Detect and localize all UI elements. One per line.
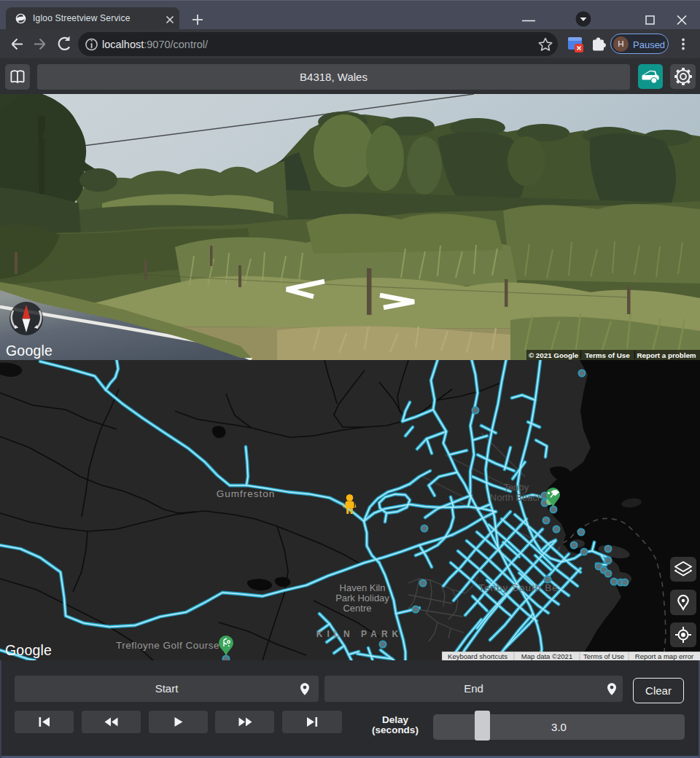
svg-text:Report a map error: Report a map error bbox=[635, 652, 693, 660]
svg-text:Trefloyne Golf Course: Trefloyne Golf Course bbox=[116, 640, 219, 651]
svg-text:Google: Google bbox=[5, 642, 52, 658]
svg-text:Gumfreston: Gumfreston bbox=[217, 488, 276, 499]
svg-text:Keyboard shortcuts: Keyboard shortcuts bbox=[448, 652, 508, 660]
svg-text:KILN PARK: KILN PARK bbox=[316, 629, 402, 639]
svg-text:Terms of Use: Terms of Use bbox=[585, 351, 630, 359]
svg-text:Report a problem: Report a problem bbox=[637, 351, 696, 359]
svg-text:Google: Google bbox=[6, 343, 52, 359]
svg-text:Tenby: Tenby bbox=[504, 482, 529, 493]
svg-text:Centre: Centre bbox=[343, 603, 371, 614]
svg-text:North Beach: North Beach bbox=[490, 492, 542, 503]
svg-text:Terms of Use: Terms of Use bbox=[583, 652, 624, 660]
svg-text:Haven Kiln: Haven Kiln bbox=[340, 582, 386, 593]
svg-text:© 2021 Google: © 2021 Google bbox=[529, 351, 579, 359]
svg-text:Park Holiday: Park Holiday bbox=[335, 593, 389, 603]
svg-text:Tenby South Be: Tenby South Be bbox=[478, 582, 558, 593]
svg-text:Map data ©2021: Map data ©2021 bbox=[521, 652, 572, 660]
